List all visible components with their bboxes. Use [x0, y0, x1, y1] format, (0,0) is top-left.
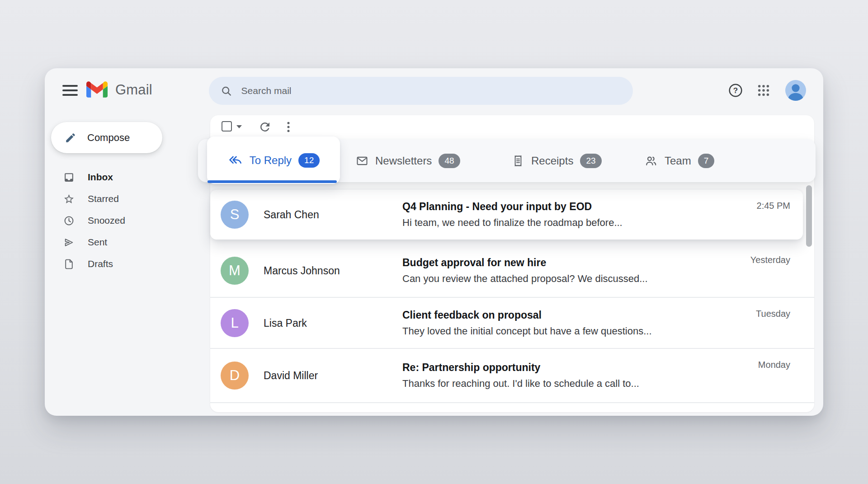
- tab-newsletters[interactable]: Newsletters 48: [356, 139, 460, 182]
- clock-icon: [63, 215, 75, 226]
- email-content: Q4 Planning - Need your input by EOD Hi …: [402, 201, 746, 229]
- email-time: Yesterday: [750, 255, 790, 265]
- email-subject: Client feedback on proposal: [402, 309, 746, 321]
- sidebar-item-sent[interactable]: Sent: [45, 231, 194, 253]
- email-snippet: Thanks for reaching out. I'd like to sch…: [402, 378, 746, 390]
- active-tab-underline: [208, 180, 337, 183]
- avatar-person-icon: [785, 80, 806, 101]
- star-icon: [63, 193, 75, 205]
- sidebar-item-snoozed[interactable]: Snoozed: [45, 210, 194, 231]
- email-snippet: Hi team, we need to finalize the roadmap…: [402, 217, 746, 229]
- email-row-lisa-park[interactable]: L Lisa Park Client feedback on proposal …: [210, 297, 814, 348]
- email-row-marcus-johnson[interactable]: M Marcus Johnson Budget approval for new…: [210, 244, 814, 297]
- team-people-icon: [644, 154, 658, 168]
- email-row-sarah-chen[interactable]: S Sarah Chen Q4 Planning - Need your inp…: [210, 190, 803, 240]
- search-icon: [221, 85, 232, 97]
- list-scrollbar-thumb[interactable]: [806, 185, 812, 247]
- avatar-marcus: M: [221, 257, 249, 285]
- tab-team[interactable]: Team 7: [644, 139, 714, 182]
- email-time: Monday: [758, 360, 790, 370]
- tab-count-badge: 12: [298, 153, 320, 168]
- gmail-window: Gmail ? Compose: [45, 68, 823, 416]
- email-sender: Sarah Chen: [264, 209, 390, 221]
- tab-count-badge: 23: [580, 154, 601, 168]
- inbox-icon: [63, 172, 75, 183]
- avatar-lisa: L: [221, 309, 249, 337]
- compose-label: Compose: [87, 132, 130, 144]
- help-button[interactable]: ?: [726, 80, 745, 100]
- email-time: Tuesday: [756, 309, 790, 319]
- envelope-icon: [356, 155, 368, 167]
- tab-label: To Reply: [250, 154, 292, 167]
- email-sender: David Miller: [264, 370, 390, 382]
- tab-count-badge: 48: [439, 154, 460, 168]
- compose-pencil-icon: [65, 132, 76, 144]
- email-content: Re: Partnership opportunity Thanks for r…: [402, 362, 746, 390]
- tab-label: Receipts: [531, 155, 573, 167]
- email-content: Client feedback on proposal They loved t…: [402, 309, 746, 337]
- list-toolbar: [210, 115, 814, 140]
- email-sender: Lisa Park: [264, 317, 390, 329]
- sidebar-label-starred: Starred: [88, 193, 119, 204]
- reply-all-icon: [227, 154, 243, 167]
- sidebar-label-sent: Sent: [88, 237, 107, 248]
- sidebar-label-inbox: Inbox: [88, 172, 113, 183]
- refresh-icon[interactable]: [258, 120, 272, 134]
- email-snippet: They loved the initial concept but have …: [402, 325, 746, 337]
- email-subject: Budget approval for new hire: [402, 257, 746, 269]
- app-title: Gmail: [115, 82, 152, 98]
- tab-receipts[interactable]: Receipts 23: [512, 139, 602, 182]
- send-icon: [63, 237, 75, 248]
- email-time: 2:45 PM: [757, 201, 790, 211]
- svg-text:?: ?: [733, 86, 738, 95]
- select-all-checkbox[interactable]: [222, 121, 232, 132]
- apps-grid-icon: [757, 84, 770, 97]
- avatar-sarah: S: [221, 201, 249, 229]
- more-options-icon[interactable]: [282, 120, 295, 134]
- search-bar[interactable]: [209, 77, 633, 105]
- gmail-logo-icon: [86, 81, 108, 98]
- sidebar-label-snoozed: Snoozed: [88, 215, 125, 226]
- receipt-icon: [512, 155, 524, 167]
- draft-file-icon: [63, 258, 75, 270]
- account-avatar[interactable]: [785, 80, 806, 101]
- apps-grid-button[interactable]: [754, 80, 774, 100]
- search-input[interactable]: [241, 85, 621, 96]
- hamburger-menu-icon[interactable]: [62, 84, 78, 98]
- tab-to-reply[interactable]: To Reply 12: [207, 136, 340, 184]
- email-content: Budget approval for new hire Can you rev…: [402, 257, 746, 285]
- sidebar-item-drafts[interactable]: Drafts: [45, 253, 194, 275]
- tab-label: Team: [665, 155, 691, 167]
- sidebar-nav: Inbox Starred Snoozed Sent Drafts: [45, 166, 194, 275]
- email-subject: Re: Partnership opportunity: [402, 362, 746, 374]
- email-snippet: Can you review the attached proposal? We…: [402, 273, 746, 285]
- sidebar-label-drafts: Drafts: [88, 258, 113, 269]
- select-dropdown-caret[interactable]: [236, 125, 242, 128]
- sidebar-item-starred[interactable]: Starred: [45, 188, 194, 210]
- email-row-david-miller[interactable]: D David Miller Re: Partnership opportuni…: [210, 348, 814, 403]
- avatar-david: D: [221, 362, 249, 390]
- tab-label: Newsletters: [375, 155, 432, 167]
- email-sender: Marcus Johnson: [264, 264, 390, 277]
- tab-count-badge: 7: [698, 154, 715, 168]
- compose-button[interactable]: Compose: [51, 122, 162, 153]
- sidebar-item-inbox[interactable]: Inbox: [45, 166, 194, 188]
- email-subject: Q4 Planning - Need your input by EOD: [402, 201, 746, 213]
- help-icon: ?: [728, 83, 743, 98]
